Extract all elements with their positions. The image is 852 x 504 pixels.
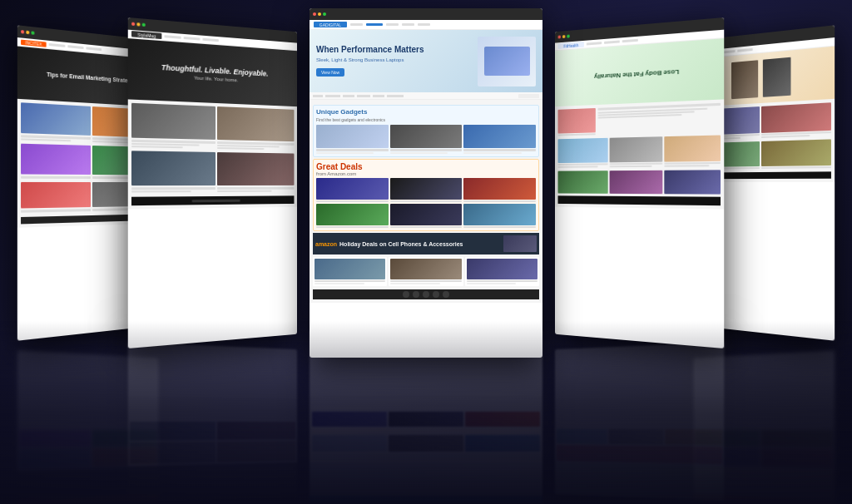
holiday-title: Holiday Deals on Cell Phones & Accessori… xyxy=(339,241,501,247)
center-hero-title: When Performance Matters xyxy=(316,45,478,55)
website-card-center: GADIGITAL When Performance Matters Sleek… xyxy=(310,8,542,358)
scene: INCITEX Tips for Email Marketing Strateg… xyxy=(0,0,852,504)
right1-hero-text: Lose Body Fat the Naturally xyxy=(594,67,679,81)
left2-hero-text: Tips for Email Marketing Strategy xyxy=(40,63,140,91)
gadgets-title: Unique Gadgets xyxy=(316,108,536,116)
card-right1-reflection xyxy=(555,342,724,504)
card-left1-reflection xyxy=(128,342,297,504)
gadgets-sub: Find the best gadgets and electronics xyxy=(316,117,536,122)
great-deals-title: Great Deals xyxy=(316,162,536,171)
center-cta-btn[interactable]: View Now xyxy=(316,68,344,77)
website-card-left: StyleMag Thoughtful. Livable. Enjoyable.… xyxy=(128,17,297,348)
great-deals-section: Great Deals from Amazon.com xyxy=(313,159,539,231)
amazon-strip: amazon Holiday Deals on Cell Phones & Ac… xyxy=(313,233,539,254)
website-card-right: FitHealth Lose Body Fat the Naturally xyxy=(555,17,724,348)
center-hero-sub: Sleek, Light & Strong Business Laptops xyxy=(316,57,478,62)
gadgets-section: Unique Gadgets Find the best gadgets and… xyxy=(313,105,539,157)
great-deals-sub: from Amazon.com xyxy=(316,171,536,176)
